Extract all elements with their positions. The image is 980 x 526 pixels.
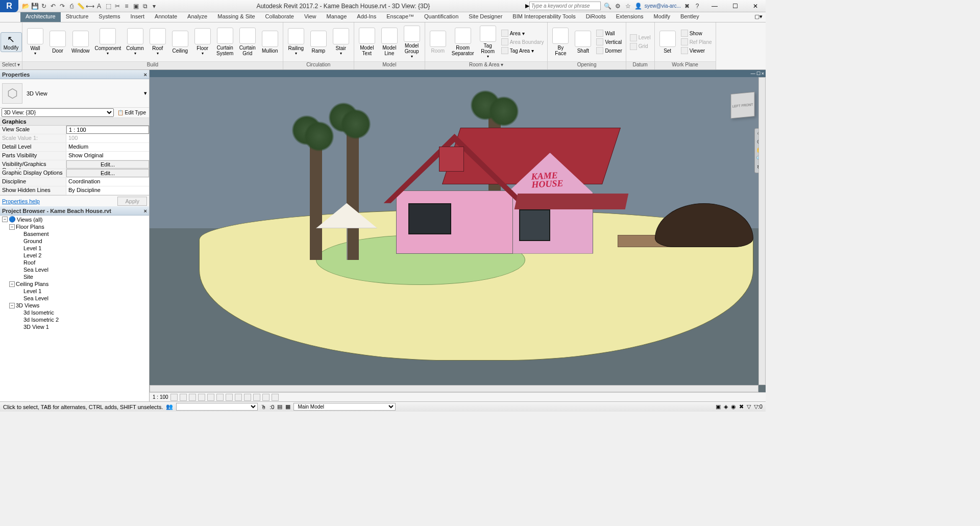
tree-3dviews[interactable]: − 3D Views [0,302,149,309]
status-i1-icon[interactable]: ▣ [716,403,721,410]
stair-button[interactable]: Stair▾ [330,27,352,57]
properties-close-icon[interactable]: × [144,71,147,78]
vcb-constraints-icon[interactable] [272,394,279,401]
select-dd[interactable]: Select ▾ [0,61,22,69]
user-icon[interactable]: 👤 [634,2,643,10]
set-button[interactable]: Set [657,30,678,55]
thinlines-icon[interactable]: ≡ [122,2,131,10]
dim-icon[interactable]: ⟷ [86,2,94,10]
status-workset-icon[interactable]: 👥 [166,403,173,410]
status-filter-count[interactable]: ▽:0 [754,403,763,410]
tab-structure[interactable]: Structure [61,12,94,22]
prop-partsvis[interactable]: Parts VisibilityShow Original [0,152,149,160]
component-button[interactable]: Component▾ [93,27,124,57]
tree-views-root[interactable]: −🔵 Views (all) [0,216,149,223]
vcb-style-icon[interactable] [180,394,187,401]
wallopen-button[interactable]: Wall [595,29,623,37]
section-icon[interactable]: ✂ [113,2,121,10]
viewport-vscroll[interactable] [758,77,766,385]
tagarea-button[interactable]: Tag Area ▾ [500,46,546,55]
search-input[interactable] [529,2,601,10]
view-close-icon[interactable]: × [762,71,764,76]
tab-annotate[interactable]: Annotate [150,12,182,22]
status-i5-icon[interactable]: ▽ [747,403,751,410]
prop-hidden[interactable]: Show Hidden LinesBy Discipline [0,186,149,195]
tree-floorplans[interactable]: − Floor Plans [0,223,149,230]
tree-basement[interactable]: Basement [0,230,149,237]
status-filter-icon[interactable]: ▤ [277,403,282,410]
status-design-icon[interactable]: ▦ [285,403,290,410]
browser-header[interactable]: Project Browser - Kame Beach House.rvt × [0,206,149,216]
search-go-icon[interactable]: ▶ [525,3,529,9]
project-browser[interactable]: −🔵 Views (all) − Floor Plans Basement Gr… [0,216,149,401]
tab-massing[interactable]: Massing & Site [212,12,260,22]
tab-view[interactable]: View [299,12,322,22]
minimize-button[interactable]: — [704,0,725,12]
comm-icon[interactable]: ⚙ [614,2,622,10]
tab-insert[interactable]: Insert [126,12,150,22]
vcb-sun-icon[interactable] [189,394,196,401]
tab-addins[interactable]: Add-Ins [352,12,381,22]
save-icon[interactable]: 💾 [31,2,39,10]
prop-discipline[interactable]: DisciplineCoordination [0,178,149,186]
modeltext-button[interactable]: Model Text [356,27,378,57]
wall-button[interactable]: Wall▾ [24,27,46,57]
tab-sitedesigner[interactable]: Site Designer [463,12,507,22]
tab-quantification[interactable]: Quantification [419,12,463,22]
prop-vg[interactable]: Visibility/Graphics OverridesEdit... [0,160,149,169]
tab-diroots[interactable]: DiRoots [581,12,611,22]
status-sel-icon[interactable]: 🖱 [261,404,266,410]
app-logo[interactable]: R [0,0,18,12]
show-button[interactable]: Show [679,29,714,37]
railing-button[interactable]: Railing▾ [285,27,307,57]
print-icon[interactable]: ⎙ [67,2,76,10]
close-button[interactable]: ✕ [745,0,766,12]
switch-icon[interactable]: ⧉ [141,2,149,10]
vcb-reveal-icon[interactable] [253,394,260,401]
sync-icon[interactable]: ↻ [40,2,48,10]
3d-icon[interactable]: ⬚ [104,2,112,10]
close-hidden-icon[interactable]: ▣ [132,2,140,10]
browser-close-icon[interactable]: × [144,208,147,214]
prop-group-graphics[interactable]: Graphics [0,118,149,126]
tab-bim[interactable]: BIM Interoperability Tools [507,12,580,22]
vcb-temp-icon[interactable] [244,394,251,401]
text-icon[interactable]: A [95,2,103,10]
view-max-icon[interactable]: ☐ [756,71,761,76]
vcb-scale[interactable]: 1 : 100 [153,394,168,400]
type-selector[interactable]: ⬡ 3D View ▾ [0,79,149,108]
edit-type-button[interactable]: 📋 Edit Type [116,109,148,116]
column-button[interactable]: Column▾ [124,27,145,57]
tab-collaborate[interactable]: Collaborate [260,12,299,22]
modify-button[interactable]: ↖ Modify [1,32,22,52]
vcb-render-icon[interactable] [207,394,214,401]
ceiling-button[interactable]: Ceiling [169,30,191,55]
tree-site[interactable]: Site [0,273,149,280]
byface-button[interactable]: By Face [550,27,571,57]
fav-icon[interactable]: ☆ [624,2,632,10]
open-icon[interactable]: 📂 [21,2,30,10]
curtaingrid-button[interactable]: Curtain Grid [237,27,258,57]
window-button[interactable]: Window [69,30,92,55]
roof-button[interactable]: Roof▾ [147,27,168,57]
tree-level1[interactable]: Level 1 [0,245,149,252]
properties-help-link[interactable]: Properties help [2,198,40,204]
tree-level2[interactable]: Level 2 [0,252,149,259]
type-dd-icon[interactable]: ▾ [144,90,147,97]
tab-bentley[interactable]: Bentley [675,12,704,22]
measure-icon[interactable]: 📏 [77,2,85,10]
roomsep-button[interactable]: Room Separator [450,27,476,57]
prop-gdo[interactable]: Graphic Display OptionsEdit... [0,169,149,178]
tab-architecture[interactable]: Architecture [20,12,61,22]
tab-analyze[interactable]: Analyze [182,12,212,22]
tab-systems[interactable]: Systems [93,12,125,22]
redo-icon[interactable]: ↷ [58,2,66,10]
viewport-hscroll[interactable] [150,385,758,392]
tab-enscape[interactable]: Enscape™ [381,12,419,22]
maximize-button[interactable]: ☐ [725,0,745,12]
tab-modify[interactable]: Modify [649,12,675,22]
status-workset-dd[interactable] [176,403,258,411]
properties-header[interactable]: Properties × [0,70,149,79]
status-i3-icon[interactable]: ◉ [731,403,736,410]
tree-3diso2[interactable]: 3d Isometric 2 [0,316,149,323]
